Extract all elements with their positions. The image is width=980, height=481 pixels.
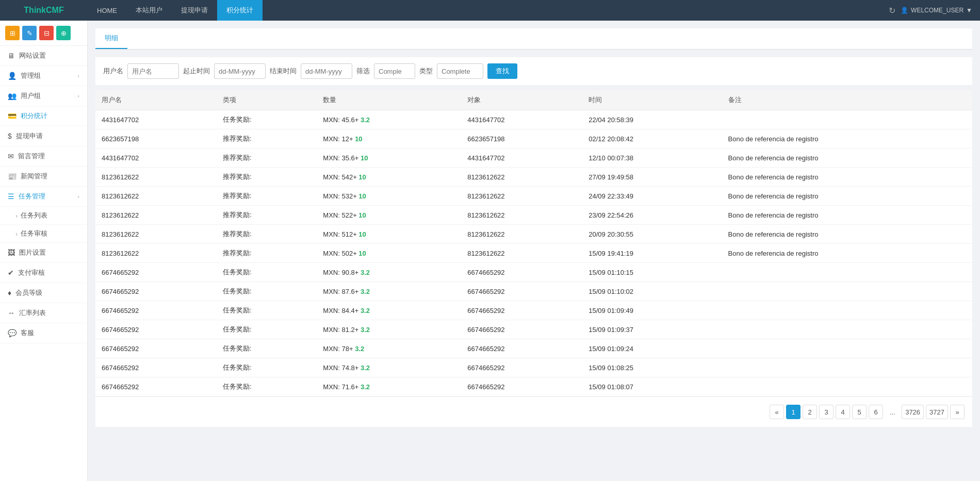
- sidebar-item-customer-service[interactable]: 💬 客服: [0, 323, 87, 343]
- amount-highlight: 10: [358, 250, 366, 257]
- cell-category: 任务奖励:: [217, 358, 317, 377]
- dollar-icon: $: [8, 132, 12, 140]
- cell-amount: MXN: 12+ 10: [317, 129, 461, 148]
- end-time-label: 结束时间: [270, 67, 297, 76]
- cell-category: 任务奖励:: [217, 320, 317, 339]
- username-input[interactable]: [127, 63, 179, 79]
- nav-points[interactable]: 积分统计: [217, 0, 263, 21]
- cell-category: 推荐奖励:: [217, 168, 317, 187]
- cell-category: 任务奖励:: [217, 263, 317, 282]
- col-category: 类项: [217, 90, 317, 110]
- amount-highlight: 3.2: [361, 326, 370, 334]
- cell-target: 4431647702: [461, 110, 582, 129]
- table-row: 6674665292 任务奖励: MXN: 71.6+ 3.2 66746652…: [95, 377, 972, 396]
- cell-time: 15/09 01:10:15: [582, 263, 722, 282]
- sidebar-item-payment-review[interactable]: ✔ 支付审核: [0, 263, 87, 283]
- admin-icon: 👤: [8, 72, 17, 80]
- cell-remark: [722, 110, 972, 129]
- cell-username: 4431647702: [95, 110, 217, 129]
- table-row: 6674665292 任务奖励: MXN: 90.8+ 3.2 66746652…: [95, 263, 972, 282]
- nav-users[interactable]: 本站用户: [126, 0, 172, 21]
- cell-target: 6674665292: [461, 282, 582, 301]
- page-btn-6[interactable]: 6: [869, 405, 883, 419]
- amount-highlight: 10: [358, 192, 366, 200]
- page-btn-4[interactable]: 4: [836, 405, 850, 419]
- page-btn-3726[interactable]: 3726: [902, 405, 924, 419]
- cell-time: 15/09 01:08:25: [582, 358, 722, 377]
- page-btn-1[interactable]: 1: [786, 405, 801, 419]
- type-label: 类型: [419, 67, 433, 76]
- cell-category: 推荐奖励:: [217, 129, 317, 148]
- page-btn-2[interactable]: 2: [803, 405, 817, 419]
- cell-remark: [722, 377, 972, 396]
- cell-time: 15/09 01:09:24: [582, 339, 722, 358]
- nav-withdraw[interactable]: 提现申请: [172, 0, 217, 21]
- sidebar-label-points: 积分统计: [21, 111, 47, 121]
- sidebar-item-messages[interactable]: ✉ 留言管理: [0, 146, 87, 167]
- sidebar-item-withdraw[interactable]: $ 提现申请: [0, 126, 87, 146]
- amount-highlight: 3.2: [361, 307, 370, 314]
- sidebar-item-image-settings[interactable]: 🖼 图片设置: [0, 243, 87, 263]
- sidebar-label-user-group: 用户组: [21, 91, 41, 101]
- table-row: 8123612622 推荐奖励: MXN: 522+ 10 8123612622…: [95, 206, 972, 225]
- page-btn-3727[interactable]: 3727: [926, 405, 948, 419]
- nav-home[interactable]: HOME: [88, 0, 126, 21]
- exchange-icon: ↔: [8, 309, 15, 317]
- sidebar-item-user-group[interactable]: 👥 用户组 ›: [0, 86, 87, 106]
- cell-username: 6674665292: [95, 282, 217, 301]
- points-icon: 💳: [8, 112, 17, 120]
- sidebar-item-membership-level[interactable]: ♦ 会员等级: [0, 283, 87, 303]
- col-username: 用户名: [95, 90, 217, 110]
- filter-value-input[interactable]: [374, 63, 415, 79]
- tab-detail[interactable]: 明细: [95, 28, 127, 49]
- toolbar-btn-4[interactable]: ⊕: [56, 26, 71, 40]
- table-row: 6623657198 推荐奖励: MXN: 12+ 10 6623657198 …: [95, 129, 972, 148]
- sidebar-item-website-settings[interactable]: 🖥 网站设置: [0, 46, 87, 66]
- user-info[interactable]: 👤 WELCOME_USER ▼: [901, 7, 972, 14]
- table-row: 8123612622 推荐奖励: MXN: 502+ 10 8123612622…: [95, 244, 972, 263]
- start-time-input[interactable]: [214, 63, 266, 79]
- cell-remark: Bono de referencia de registro: [722, 225, 972, 244]
- page-btn-5[interactable]: 5: [852, 405, 867, 419]
- amount-highlight: 10: [358, 173, 366, 181]
- membership-icon: ♦: [8, 289, 11, 297]
- table-row: 6674665292 任务奖励: MXN: 74.8+ 3.2 66746652…: [95, 358, 972, 377]
- cell-category: 任务奖励:: [217, 377, 317, 396]
- search-button[interactable]: 查找: [487, 63, 517, 79]
- chevron-down-icon: ▼: [966, 7, 972, 14]
- cell-category: 任务奖励:: [217, 301, 317, 320]
- col-amount: 数量: [317, 90, 461, 110]
- filter-row: 用户名 起止时间 结束时间 筛选 类型 查找: [95, 57, 972, 85]
- sidebar-item-news[interactable]: 📰 新闻管理: [0, 167, 87, 187]
- toolbar-btn-3[interactable]: ⊟: [39, 26, 54, 40]
- cell-time: 24/09 22:33:49: [582, 187, 722, 206]
- cell-remark: [722, 358, 972, 377]
- cell-remark: Bono de referencia de registro: [722, 148, 972, 168]
- cell-category: 任务奖励:: [217, 339, 317, 358]
- sidebar-item-task-review[interactable]: 任务审核: [0, 225, 87, 243]
- amount-highlight: 10: [358, 211, 366, 219]
- cell-target: 8123612622: [461, 225, 582, 244]
- sidebar-item-exchange-rate[interactable]: ↔ 汇率列表: [0, 303, 87, 323]
- page-btn-3[interactable]: 3: [819, 405, 834, 419]
- sidebar-item-points[interactable]: 💳 积分统计: [0, 106, 87, 126]
- refresh-icon[interactable]: ↻: [889, 6, 895, 15]
- end-time-input[interactable]: [301, 63, 352, 79]
- toolbar-btn-2[interactable]: ✎: [22, 26, 37, 40]
- cell-target: 8123612622: [461, 168, 582, 187]
- sidebar-label-withdraw: 提现申请: [16, 131, 43, 141]
- sidebar-item-task-list[interactable]: 任务列表: [0, 207, 87, 225]
- cell-amount: MXN: 87.6+ 3.2: [317, 282, 461, 301]
- page-prev-btn[interactable]: «: [770, 405, 784, 419]
- cell-username: 8123612622: [95, 168, 217, 187]
- type-value-input[interactable]: [437, 63, 483, 79]
- cell-category: 推荐奖励:: [217, 148, 317, 168]
- monitor-icon: 🖥: [8, 52, 15, 60]
- nav-right-area: ↻ 👤 WELCOME_USER ▼: [889, 6, 980, 15]
- toolbar-btn-1[interactable]: ⊞: [5, 26, 20, 40]
- page-next-btn[interactable]: »: [950, 405, 965, 419]
- table-row: 6674665292 任务奖励: MXN: 84.4+ 3.2 66746652…: [95, 301, 972, 320]
- sidebar-item-task-mgmt[interactable]: ☰ 任务管理 ›: [0, 187, 87, 207]
- cell-time: 15/09 01:09:49: [582, 301, 722, 320]
- sidebar-item-admin-group[interactable]: 👤 管理组 ›: [0, 66, 87, 86]
